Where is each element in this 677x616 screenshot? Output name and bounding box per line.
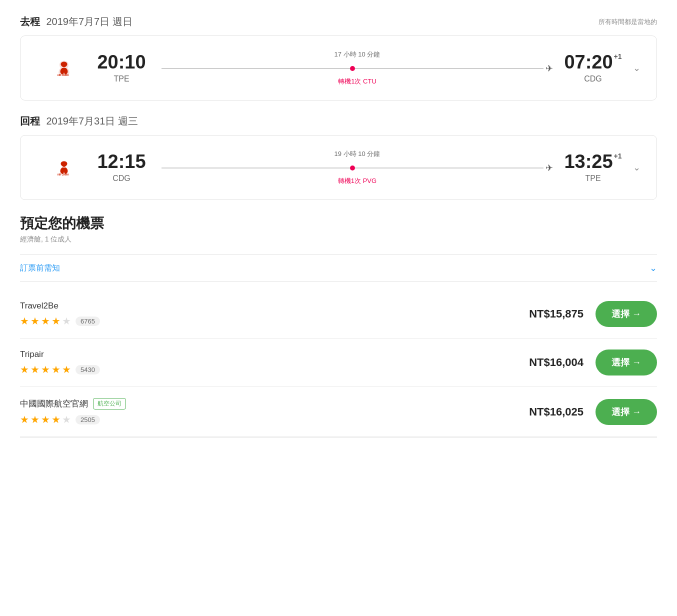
star-4: ★ [52, 315, 60, 327]
star-5c-empty: ★ [62, 414, 71, 426]
review-count-1: 5430 [76, 365, 100, 374]
return-stopover: 轉機1次 PVG [338, 176, 376, 186]
ticket-agent-1: Tripair ★ ★ ★ ★ ★ 5430 [20, 350, 518, 376]
outbound-date: 2019年7月7日 週日 [46, 16, 132, 27]
return-departure: 12:15 CDG [92, 152, 152, 183]
booking-divider-bottom [20, 437, 657, 438]
outbound-header: 去程 2019年7月7日 週日 所有時間都是當地的 [20, 15, 657, 28]
star-4b: ★ [52, 364, 60, 376]
agent-stars-2: ★ ★ ★ ★ ★ 2505 [20, 414, 518, 426]
return-route-line-right [355, 168, 544, 168]
review-count-0: 6765 [76, 316, 100, 326]
return-departure-airport: CDG [92, 174, 152, 183]
outbound-departure-time: 20:10 [97, 52, 146, 72]
star-2c: ★ [30, 414, 40, 426]
ticket-price-1: NT$16,004 [518, 356, 584, 369]
stopover-dot [350, 66, 355, 71]
booking-title: 預定您的機票 [20, 214, 657, 233]
outbound-flight-info: 20:10 TPE 17 小時 10 分鐘 ✈ 轉機1次 CTU 07:20 +… [92, 50, 623, 86]
plane-icon: ✈ [546, 63, 553, 74]
select-button-0[interactable]: 選擇 → [596, 301, 657, 327]
return-date: 2019年7月31日 週三 [46, 116, 138, 126]
review-count-2: 2505 [76, 415, 100, 424]
ticket-agent-0: Travel2Be ★ ★ ★ ★ ★ 6765 [20, 301, 518, 327]
ticket-price-0: NT$15,875 [518, 308, 584, 320]
timezone-note: 所有時間都是當地的 [598, 18, 657, 26]
agent-name-2: 中國國際航空官網 航空公司 [20, 398, 518, 410]
return-route-line-left [162, 168, 350, 168]
return-arrival-time: 13:25 [564, 152, 612, 171]
air-china-icon-return: AIR CHINA [55, 158, 73, 176]
return-stopover-dot [350, 166, 355, 170]
svg-text:AIR CHINA: AIR CHINA [58, 174, 70, 176]
pre-booking-label[interactable]: 訂票前需知 [20, 263, 60, 274]
return-arrival: 13:25 +1 TPE [563, 152, 623, 183]
outbound-airline-logo: AIR CHINA [36, 59, 92, 77]
pre-booking-chevron[interactable]: ⌄ [650, 262, 657, 274]
outbound-label: 去程 [20, 16, 40, 27]
outbound-expand-chevron[interactable]: ⌄ [633, 62, 640, 74]
outbound-route: 17 小時 10 分鐘 ✈ 轉機1次 CTU [152, 50, 563, 86]
outbound-flight-card: AIR CHINA 20:10 TPE 17 小時 10 分鐘 ✈ 轉機1次 C… [20, 36, 657, 100]
outbound-departure-airport: TPE [92, 74, 152, 84]
agent-name-0: Travel2Be [20, 301, 518, 311]
star-1c: ★ [20, 414, 29, 426]
pre-booking-row[interactable]: 訂票前需知 ⌄ [20, 254, 657, 282]
return-route: 19 小時 10 分鐘 ✈ 轉機1次 PVG [152, 150, 563, 186]
ticket-option-1: Tripair ★ ★ ★ ★ ★ 5430 NT$16,004 選擇 → [20, 338, 657, 387]
ticket-price-2: NT$16,025 [518, 406, 584, 418]
air-china-icon: AIR CHINA [55, 59, 73, 77]
outbound-departure: 20:10 TPE [92, 52, 152, 84]
ticket-option-2: 中國國際航空官網 航空公司 ★ ★ ★ ★ ★ 2505 NT$16,025 選… [20, 387, 657, 437]
ticket-option-0: Travel2Be ★ ★ ★ ★ ★ 6765 NT$15,875 選擇 → [20, 290, 657, 338]
outbound-arrival-time: 07:20 [564, 52, 612, 72]
outbound-arrival: 07:20 +1 CDG [563, 52, 623, 84]
return-expand-chevron[interactable]: ⌄ [633, 162, 640, 173]
agent-name-1: Tripair [20, 350, 518, 360]
booking-subtitle: 經濟艙, 1 位成人 [20, 235, 657, 244]
booking-section: 預定您的機票 經濟艙, 1 位成人 訂票前需知 ⌄ Travel2Be ★ ★ … [20, 214, 657, 438]
return-label: 回程 [20, 116, 40, 126]
star-3: ★ [41, 315, 50, 327]
star-1b: ★ [20, 364, 29, 376]
star-3c: ★ [41, 414, 50, 426]
return-plane-icon: ✈ [546, 162, 553, 174]
select-button-2[interactable]: 選擇 → [596, 399, 657, 425]
return-flight-info: 12:15 CDG 19 小時 10 分鐘 ✈ 轉機1次 PVG 13:25 +… [92, 150, 623, 186]
outbound-duration: 17 小時 10 分鐘 [334, 50, 380, 59]
outbound-day-offset: +1 [614, 52, 622, 60]
agent-stars-1: ★ ★ ★ ★ ★ 5430 [20, 364, 518, 376]
outbound-arrival-airport: CDG [563, 74, 623, 84]
star-2b: ★ [30, 364, 40, 376]
star-3b: ★ [41, 364, 50, 376]
route-line-left [162, 68, 350, 69]
outbound-route-line: ✈ [162, 63, 553, 74]
return-airline-logo: AIR CHINA [36, 158, 92, 176]
svg-text:AIR CHINA: AIR CHINA [58, 74, 70, 76]
route-line-right [355, 68, 544, 69]
star-1: ★ [20, 315, 29, 327]
star-5-empty: ★ [62, 315, 71, 327]
star-5b: ★ [62, 364, 71, 376]
ticket-agent-2: 中國國際航空官網 航空公司 ★ ★ ★ ★ ★ 2505 [20, 398, 518, 426]
outbound-stopover: 轉機1次 CTU [338, 77, 376, 86]
star-2: ★ [30, 315, 40, 327]
airline-badge: 航空公司 [93, 398, 126, 410]
star-4c: ★ [52, 414, 60, 426]
return-day-offset: +1 [614, 152, 622, 160]
return-route-line: ✈ [162, 162, 553, 174]
return-header: 回程 2019年7月31日 週三 [20, 114, 657, 128]
return-flight-card: AIR CHINA 12:15 CDG 19 小時 10 分鐘 ✈ 轉機1次 P… [20, 135, 657, 200]
agent-stars-0: ★ ★ ★ ★ ★ 6765 [20, 315, 518, 327]
return-arrival-airport: TPE [563, 174, 623, 183]
return-departure-time: 12:15 [97, 152, 146, 171]
return-duration: 19 小時 10 分鐘 [334, 150, 380, 158]
select-button-1[interactable]: 選擇 → [596, 350, 657, 376]
